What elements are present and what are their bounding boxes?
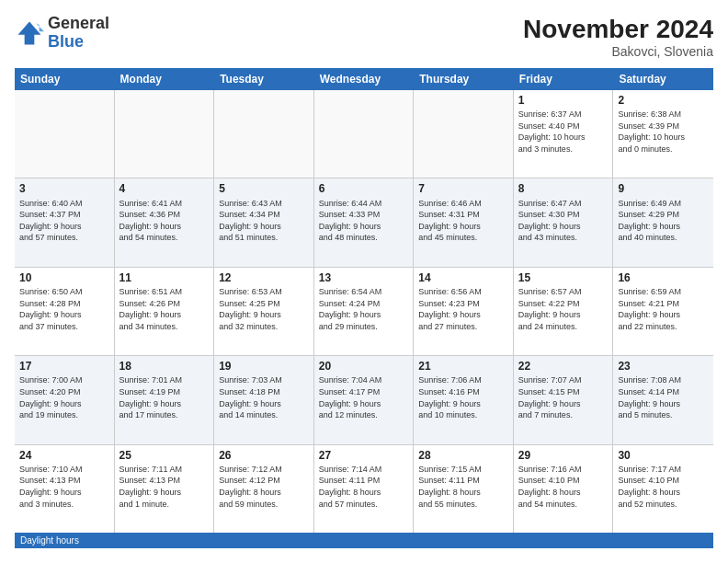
day-number: 7 — [418, 181, 508, 196]
calendar-cell: 2Sunrise: 6:38 AM Sunset: 4:39 PM Daylig… — [613, 90, 713, 178]
cell-info: Sunrise: 7:04 AM Sunset: 4:17 PM Dayligh… — [319, 374, 409, 420]
day-number: 15 — [518, 270, 609, 285]
cell-info: Sunrise: 6:59 AM Sunset: 4:21 PM Dayligh… — [618, 286, 709, 332]
calendar-cell: 13Sunrise: 6:54 AM Sunset: 4:24 PM Dayli… — [314, 268, 415, 355]
cell-info: Sunrise: 7:10 AM Sunset: 4:13 PM Dayligh… — [19, 464, 109, 510]
day-number: 18 — [119, 359, 210, 373]
cell-info: Sunrise: 6:44 AM Sunset: 4:33 PM Dayligh… — [319, 198, 409, 244]
cell-info: Sunrise: 7:08 AM Sunset: 4:14 PM Dayligh… — [618, 374, 709, 420]
calendar-cell — [15, 90, 115, 178]
day-number: 11 — [119, 270, 210, 285]
logo-general: General — [48, 15, 109, 33]
logo-text: General Blue — [48, 15, 109, 52]
calendar-cell: 29Sunrise: 7:16 AM Sunset: 4:10 PM Dayli… — [514, 445, 614, 533]
logo: General Blue — [15, 15, 109, 52]
day-number: 17 — [19, 359, 109, 373]
calendar-cell — [214, 90, 314, 178]
cell-info: Sunrise: 6:38 AM Sunset: 4:39 PM Dayligh… — [618, 109, 709, 155]
calendar-cell: 25Sunrise: 7:11 AM Sunset: 4:13 PM Dayli… — [115, 445, 215, 533]
cell-info: Sunrise: 6:50 AM Sunset: 4:28 PM Dayligh… — [19, 286, 109, 332]
calendar-cell: 27Sunrise: 7:14 AM Sunset: 4:11 PM Dayli… — [314, 445, 415, 533]
cell-info: Sunrise: 7:14 AM Sunset: 4:11 PM Dayligh… — [319, 464, 409, 510]
calendar-cell: 5Sunrise: 6:43 AM Sunset: 4:34 PM Daylig… — [214, 178, 314, 266]
day-number: 22 — [518, 359, 609, 373]
calendar: SundayMondayTuesdayWednesdayThursdayFrid… — [15, 68, 713, 533]
calendar-cell: 7Sunrise: 6:46 AM Sunset: 4:31 PM Daylig… — [414, 178, 514, 266]
cell-info: Sunrise: 6:51 AM Sunset: 4:26 PM Dayligh… — [119, 286, 210, 332]
day-number: 27 — [319, 448, 409, 463]
calendar-cell: 21Sunrise: 7:06 AM Sunset: 4:16 PM Dayli… — [414, 356, 514, 443]
cell-info: Sunrise: 7:01 AM Sunset: 4:19 PM Dayligh… — [119, 374, 210, 420]
weekday-header: Saturday — [613, 68, 713, 90]
cell-info: Sunrise: 6:53 AM Sunset: 4:25 PM Dayligh… — [219, 286, 309, 332]
calendar-cell — [414, 90, 514, 178]
cell-info: Sunrise: 7:07 AM Sunset: 4:15 PM Dayligh… — [518, 374, 609, 420]
day-number: 20 — [319, 359, 409, 373]
day-number: 16 — [618, 270, 709, 285]
weekday-header: Tuesday — [214, 68, 314, 90]
calendar-cell: 20Sunrise: 7:04 AM Sunset: 4:17 PM Dayli… — [314, 356, 415, 443]
location: Bakovci, Slovenia — [523, 44, 713, 59]
day-number: 28 — [418, 448, 508, 463]
calendar-cell: 16Sunrise: 6:59 AM Sunset: 4:21 PM Dayli… — [613, 268, 713, 355]
day-number: 29 — [518, 448, 609, 463]
header: General Blue November 2024 Bakovci, Slov… — [15, 15, 713, 59]
day-number: 3 — [19, 181, 109, 196]
calendar-cell: 17Sunrise: 7:00 AM Sunset: 4:20 PM Dayli… — [15, 356, 115, 443]
page: General Blue November 2024 Bakovci, Slov… — [0, 0, 728, 563]
calendar-row: 10Sunrise: 6:50 AM Sunset: 4:28 PM Dayli… — [15, 268, 713, 356]
footer-text: Daylight hours — [20, 535, 79, 546]
day-number: 13 — [319, 270, 409, 285]
calendar-cell: 1Sunrise: 6:37 AM Sunset: 4:40 PM Daylig… — [514, 90, 614, 178]
day-number: 12 — [219, 270, 309, 285]
weekday-header: Sunday — [15, 68, 115, 90]
calendar-cell: 15Sunrise: 6:57 AM Sunset: 4:22 PM Dayli… — [514, 268, 614, 355]
cell-info: Sunrise: 6:40 AM Sunset: 4:37 PM Dayligh… — [19, 198, 109, 244]
calendar-cell: 24Sunrise: 7:10 AM Sunset: 4:13 PM Dayli… — [15, 445, 115, 533]
calendar-cell: 11Sunrise: 6:51 AM Sunset: 4:26 PM Dayli… — [115, 268, 215, 355]
calendar-cell: 10Sunrise: 6:50 AM Sunset: 4:28 PM Dayli… — [15, 268, 115, 355]
day-number: 6 — [319, 181, 409, 196]
day-number: 4 — [119, 181, 210, 196]
calendar-cell: 26Sunrise: 7:12 AM Sunset: 4:12 PM Dayli… — [214, 445, 314, 533]
cell-info: Sunrise: 6:57 AM Sunset: 4:22 PM Dayligh… — [518, 286, 609, 332]
day-number: 1 — [518, 93, 609, 108]
weekday-header: Thursday — [414, 68, 514, 90]
cell-info: Sunrise: 7:11 AM Sunset: 4:13 PM Dayligh… — [119, 464, 210, 510]
calendar-cell: 9Sunrise: 6:49 AM Sunset: 4:29 PM Daylig… — [613, 178, 713, 266]
cell-info: Sunrise: 6:47 AM Sunset: 4:30 PM Dayligh… — [518, 198, 609, 244]
logo-blue: Blue — [48, 33, 109, 52]
cell-info: Sunrise: 7:12 AM Sunset: 4:12 PM Dayligh… — [219, 464, 309, 510]
footer-bar: Daylight hours — [15, 533, 713, 548]
calendar-cell: 12Sunrise: 6:53 AM Sunset: 4:25 PM Dayli… — [214, 268, 314, 355]
cell-info: Sunrise: 6:54 AM Sunset: 4:24 PM Dayligh… — [319, 286, 409, 332]
svg-marker-1 — [36, 23, 44, 31]
day-number: 23 — [618, 359, 709, 373]
cell-info: Sunrise: 7:03 AM Sunset: 4:18 PM Dayligh… — [219, 374, 309, 420]
calendar-cell: 8Sunrise: 6:47 AM Sunset: 4:30 PM Daylig… — [514, 178, 614, 266]
title-block: November 2024 Bakovci, Slovenia — [523, 15, 713, 59]
calendar-cell: 6Sunrise: 6:44 AM Sunset: 4:33 PM Daylig… — [314, 178, 415, 266]
cell-info: Sunrise: 6:49 AM Sunset: 4:29 PM Dayligh… — [618, 198, 709, 244]
calendar-cell: 19Sunrise: 7:03 AM Sunset: 4:18 PM Dayli… — [214, 356, 314, 443]
day-number: 26 — [219, 448, 309, 463]
calendar-header: SundayMondayTuesdayWednesdayThursdayFrid… — [15, 68, 713, 90]
weekday-header: Friday — [514, 68, 614, 90]
day-number: 19 — [219, 359, 309, 373]
calendar-cell — [314, 90, 415, 178]
calendar-cell: 23Sunrise: 7:08 AM Sunset: 4:14 PM Dayli… — [613, 356, 713, 443]
cell-info: Sunrise: 6:46 AM Sunset: 4:31 PM Dayligh… — [418, 198, 508, 244]
calendar-cell: 28Sunrise: 7:15 AM Sunset: 4:11 PM Dayli… — [414, 445, 514, 533]
cell-info: Sunrise: 7:06 AM Sunset: 4:16 PM Dayligh… — [418, 374, 508, 420]
calendar-body: 1Sunrise: 6:37 AM Sunset: 4:40 PM Daylig… — [15, 90, 713, 533]
svg-marker-0 — [18, 21, 41, 44]
day-number: 25 — [119, 448, 210, 463]
day-number: 9 — [618, 181, 709, 196]
cell-info: Sunrise: 6:56 AM Sunset: 4:23 PM Dayligh… — [418, 286, 508, 332]
day-number: 2 — [618, 93, 709, 108]
cell-info: Sunrise: 7:00 AM Sunset: 4:20 PM Dayligh… — [19, 374, 109, 420]
calendar-row: 1Sunrise: 6:37 AM Sunset: 4:40 PM Daylig… — [15, 90, 713, 178]
calendar-row: 24Sunrise: 7:10 AM Sunset: 4:13 PM Dayli… — [15, 445, 713, 533]
calendar-row: 17Sunrise: 7:00 AM Sunset: 4:20 PM Dayli… — [15, 356, 713, 444]
logo-icon — [15, 18, 44, 48]
